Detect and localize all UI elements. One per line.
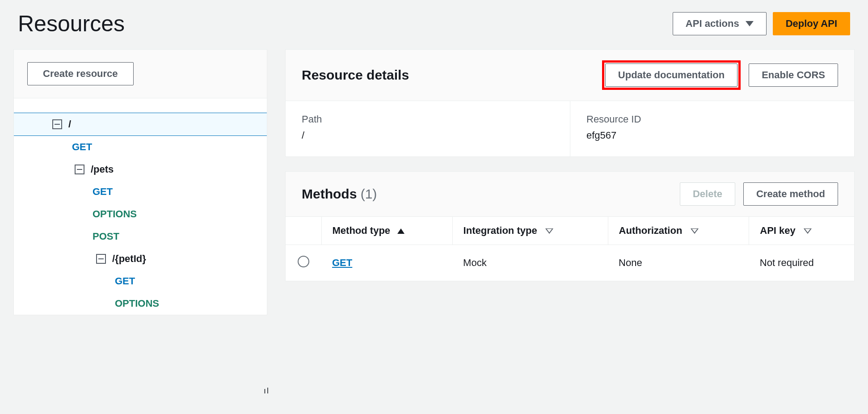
enable-cors-button[interactable]: Enable CORS	[749, 63, 838, 87]
path-label: Path	[302, 114, 554, 125]
col-authorization[interactable]: Authorization	[608, 217, 749, 245]
col-integration-type[interactable]: Integration type	[452, 217, 608, 245]
path-value: /	[302, 130, 554, 141]
col-method-type[interactable]: Method type	[321, 217, 452, 245]
methods-title: Methods (1)	[302, 186, 377, 202]
tree-node-pets-post[interactable]: POST	[14, 225, 267, 248]
method-badge-options: OPTIONS	[93, 208, 137, 220]
collapse-icon[interactable]	[75, 165, 84, 174]
layout: Create resource / GET /pets GET OPTIONS …	[13, 49, 855, 315]
tree-node-root[interactable]: /	[14, 113, 267, 136]
tree-node-root-get[interactable]: GET	[14, 136, 267, 158]
page-title: Resources	[18, 11, 125, 37]
api-actions-label: API actions	[686, 17, 739, 31]
methods-count: (1)	[361, 186, 377, 201]
highlight-update-documentation: Update documentation	[602, 60, 741, 90]
resource-id-value: efg567	[586, 130, 838, 141]
col-select	[286, 217, 321, 245]
row-select-cell[interactable]	[286, 245, 321, 281]
main-column: Resource details Update documentation En…	[285, 49, 855, 315]
sort-icon	[804, 228, 812, 234]
cell-method: GET	[321, 245, 452, 281]
tree-node-pets-get[interactable]: GET	[14, 181, 267, 203]
collapse-icon[interactable]	[96, 254, 106, 264]
create-method-button[interactable]: Create method	[743, 182, 838, 206]
top-bar: Resources API actions Deploy API	[13, 11, 855, 37]
sort-icon	[691, 228, 699, 234]
path-cell: Path /	[286, 101, 570, 156]
col-api-key-label: API key	[760, 225, 796, 236]
tree-node-pets[interactable]: /pets	[14, 158, 267, 181]
method-badge-options: OPTIONS	[115, 298, 159, 309]
radio-icon[interactable]	[298, 256, 309, 267]
tree-node-petid[interactable]: /{petId}	[14, 248, 267, 270]
panel-resize-handle[interactable]: ıl	[264, 386, 270, 396]
method-badge-get: GET	[115, 275, 135, 287]
methods-table: Method type Integration type Authorizati…	[286, 217, 854, 281]
resource-id-label: Resource ID	[586, 114, 838, 125]
method-badge-get: GET	[72, 141, 92, 153]
resource-details-actions: Update documentation Enable CORS	[602, 60, 838, 90]
resource-details-body: Path / Resource ID efg567	[286, 101, 854, 156]
create-resource-button[interactable]: Create resource	[27, 62, 134, 85]
cell-api-key: Not required	[749, 245, 854, 281]
table-row[interactable]: GET Mock None Not required	[286, 245, 854, 281]
api-actions-button[interactable]: API actions	[673, 12, 767, 35]
tree-node-label: /pets	[91, 164, 114, 175]
resource-tree-panel: Create resource / GET /pets GET OPTIONS …	[13, 49, 267, 315]
methods-header: Methods (1) Delete Create method	[286, 172, 854, 217]
collapse-icon[interactable]	[52, 119, 62, 129]
method-badge-get: GET	[93, 186, 113, 198]
col-integration-type-label: Integration type	[463, 225, 537, 236]
deploy-api-button[interactable]: Deploy API	[773, 12, 850, 35]
top-actions: API actions Deploy API	[673, 12, 850, 35]
resource-id-cell: Resource ID efg567	[570, 101, 854, 156]
resource-details-title: Resource details	[302, 68, 409, 83]
cell-authorization: None	[608, 245, 749, 281]
tree-node-petid-options[interactable]: OPTIONS	[14, 292, 267, 315]
delete-method-button[interactable]: Delete	[680, 182, 735, 206]
cell-integration: Mock	[452, 245, 608, 281]
tree-node-petid-get[interactable]: GET	[14, 270, 267, 292]
tree-node-pets-options[interactable]: OPTIONS	[14, 203, 267, 225]
update-documentation-button[interactable]: Update documentation	[605, 63, 737, 87]
methods-card: Methods (1) Delete Create method Method …	[285, 171, 855, 281]
sort-asc-icon	[397, 228, 405, 234]
chevron-down-icon	[746, 21, 754, 26]
col-api-key[interactable]: API key	[749, 217, 854, 245]
tree-node-label: /{petId}	[112, 253, 146, 265]
methods-title-text: Methods	[302, 186, 357, 201]
method-link-get[interactable]: GET	[332, 257, 352, 268]
methods-actions: Delete Create method	[680, 182, 838, 206]
resource-details-header: Resource details Update documentation En…	[286, 50, 854, 101]
method-badge-post: POST	[93, 231, 119, 242]
resource-details-card: Resource details Update documentation En…	[285, 49, 855, 157]
tree-node-label: /	[68, 118, 71, 130]
col-method-type-label: Method type	[333, 225, 391, 236]
col-authorization-label: Authorization	[619, 225, 683, 236]
sort-icon	[545, 228, 553, 234]
resource-tree: / GET /pets GET OPTIONS POST /{petId}	[14, 98, 267, 315]
resource-tree-header: Create resource	[14, 50, 267, 98]
